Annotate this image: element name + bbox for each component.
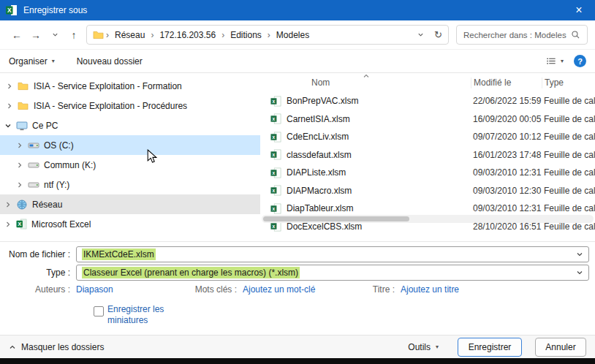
chevron-down-icon[interactable] <box>4 122 12 129</box>
chevron-down-icon[interactable] <box>576 269 583 276</box>
hide-folders-button[interactable]: Masquer les dossiers <box>9 342 104 352</box>
horizontal-scrollbar[interactable] <box>262 215 594 223</box>
tools-menu-button[interactable]: Outils ▾ <box>408 342 439 352</box>
tags-add-link[interactable]: Ajoutez un mot-clé <box>243 284 315 295</box>
column-header-type[interactable]: Type <box>542 77 595 88</box>
breadcrumb-separator-icon: › <box>105 30 110 40</box>
search-icon[interactable] <box>571 30 580 39</box>
breadcrumb-item-editions[interactable]: Editions <box>226 30 266 40</box>
scrollbar-thumb[interactable] <box>263 216 409 221</box>
column-header-modified[interactable]: Modifié le <box>471 77 542 88</box>
chevron-down-icon: ▾ <box>436 344 439 350</box>
svg-text:x: x <box>273 206 276 211</box>
up-button[interactable]: ↑ <box>64 26 83 45</box>
sidebar-item-isia-formation[interactable]: ISIA - Service Exploitation - Formation <box>0 76 260 96</box>
chevron-right-icon[interactable] <box>16 142 23 149</box>
file-row[interactable]: xBonPrepVAC.xlsm 22/06/2022 15:59 Feuill… <box>260 92 595 110</box>
file-name: classdefaut.xlsm <box>287 150 352 160</box>
authors-value[interactable]: Diapason <box>76 284 113 295</box>
xlsm-file-icon: x <box>270 113 281 124</box>
file-row[interactable]: xDIAPListe.xlsm 09/03/2010 12:31 Feuille… <box>260 164 595 182</box>
chevron-down-icon: ▾ <box>52 58 55 64</box>
file-row[interactable]: xCarnetISIA.xlsm 16/09/2020 00:05 Feuill… <box>260 110 595 129</box>
sidebar-item-ce-pc[interactable]: Ce PC <box>0 115 260 135</box>
breadcrumb-item-modeles[interactable]: Modeles <box>272 30 314 40</box>
file-modified: 09/03/2010 12:31 <box>471 203 542 213</box>
svg-text:x: x <box>273 134 276 140</box>
filename-input[interactable]: IKMExtCdeE.xlsm <box>76 246 589 262</box>
organize-menu-button[interactable]: Organiser ▾ <box>9 56 55 67</box>
help-icon[interactable]: ? <box>574 55 586 67</box>
chevron-down-icon[interactable] <box>576 251 583 258</box>
chevron-right-icon[interactable] <box>4 201 12 208</box>
save-thumbnails-label[interactable]: Enregistrer les miniatures <box>107 304 177 326</box>
file-row[interactable]: xCdeEncLiv.xlsm 09/07/2020 10:12 Feuille… <box>260 128 595 146</box>
file-name: DiapTableur.xlsm <box>287 203 353 213</box>
close-icon[interactable]: × <box>563 0 595 20</box>
cancel-button[interactable]: Annuler <box>535 338 586 357</box>
chevron-right-icon[interactable] <box>6 83 13 90</box>
chevron-right-icon[interactable] <box>16 181 23 189</box>
file-modified: 16/01/2023 17:48 <box>471 150 542 160</box>
sidebar-item-commun-k[interactable]: Commun (K:) <box>0 155 260 175</box>
filetype-value: Classeur Excel (prenant en charge les ma… <box>82 267 300 278</box>
list-view-icon <box>546 56 557 67</box>
address-dropdown-chevron-icon[interactable] <box>417 31 424 38</box>
file-type: Feuille de calc <box>542 167 595 178</box>
file-type: Feuille de calc <box>542 203 595 213</box>
navigation-bar: ← → ↑ › Réseau › 172.16.203.56 › Edition… <box>0 20 595 50</box>
svg-text:x: x <box>273 224 276 229</box>
tools-label: Outils <box>408 342 431 352</box>
sidebar-item-isia-procedures[interactable]: ISIA - Service Exploitation - Procédures <box>0 96 260 115</box>
forward-button[interactable]: → <box>26 26 45 45</box>
excel-icon: X <box>16 219 27 230</box>
breadcrumb-separator-icon: › <box>266 30 272 40</box>
computer-icon <box>16 120 28 132</box>
sidebar-item-os-c[interactable]: OS (C:) <box>0 135 260 155</box>
filetype-select[interactable]: Classeur Excel (prenant en charge les ma… <box>76 265 589 281</box>
save-button[interactable]: Enregistrer <box>458 338 522 357</box>
file-list-header: Nom Modifié le Type <box>260 73 595 92</box>
drive-icon <box>28 140 39 151</box>
breadcrumb-item-server[interactable]: 172.16.203.56 <box>155 30 220 40</box>
view-options-button[interactable]: ▾ <box>546 56 564 67</box>
breadcrumb-separator-icon: › <box>220 30 226 40</box>
file-row[interactable]: xclassdefaut.xlsm 16/01/2023 17:48 Feuil… <box>260 146 595 164</box>
search-text: Rechercher dans : Modeles <box>463 31 566 39</box>
hide-folders-label: Masquer les dossiers <box>21 342 104 352</box>
address-bar[interactable]: › Réseau › 172.16.203.56 › Editions › Mo… <box>86 25 449 45</box>
back-button[interactable]: ← <box>7 26 26 45</box>
breadcrumb-separator-icon: › <box>149 30 155 40</box>
chevron-right-icon[interactable] <box>4 221 12 228</box>
file-list: Nom Modifié le Type xBonPrepVAC.xlsm 22/… <box>260 73 595 241</box>
organize-label: Organiser <box>9 56 48 67</box>
refresh-icon[interactable]: ↻ <box>434 29 442 40</box>
breadcrumb-item-reseau[interactable]: Réseau <box>110 30 149 40</box>
recent-locations-chevron-icon[interactable] <box>45 26 64 45</box>
filename-value: IKMExtCdeE.xlsm <box>82 249 156 260</box>
svg-text:x: x <box>273 152 276 157</box>
file-row[interactable]: xDIAPMacro.xlsm 09/03/2010 12:30 Feuille… <box>260 182 595 200</box>
sidebar-item-ntf-y[interactable]: ntf (Y:) <box>0 175 260 194</box>
file-modified: 09/03/2010 12:31 <box>471 167 542 178</box>
save-thumbnails-checkbox[interactable] <box>94 306 104 316</box>
title-add-link[interactable]: Ajoutez un titre <box>401 284 459 295</box>
file-name: DIAPMacro.xlsm <box>287 186 352 196</box>
titlebar: X Enregistrer sous × <box>0 0 595 20</box>
file-name: CdeEncLiv.xlsm <box>287 132 349 142</box>
sidebar-item-label: Réseau <box>32 200 62 210</box>
sidebar-item-reseau[interactable]: Réseau <box>0 194 260 214</box>
excel-app-icon: X <box>6 4 18 16</box>
svg-text:X: X <box>18 221 21 227</box>
chevron-right-icon[interactable] <box>6 102 13 110</box>
svg-text:x: x <box>273 116 276 121</box>
folder-icon <box>18 80 29 92</box>
new-folder-button[interactable]: Nouveau dossier <box>77 56 143 67</box>
command-bar: Organiser ▾ Nouveau dossier ▾ ? <box>0 50 595 73</box>
sidebar-item-label: Commun (K:) <box>44 160 96 170</box>
search-box[interactable]: Rechercher dans : Modeles <box>456 25 588 45</box>
chevron-right-icon[interactable] <box>16 162 23 169</box>
column-header-name[interactable]: Nom <box>260 77 471 88</box>
xlsm-file-icon: x <box>270 132 281 143</box>
sidebar-item-microsoft-excel[interactable]: X Microsoft Excel <box>0 214 260 234</box>
